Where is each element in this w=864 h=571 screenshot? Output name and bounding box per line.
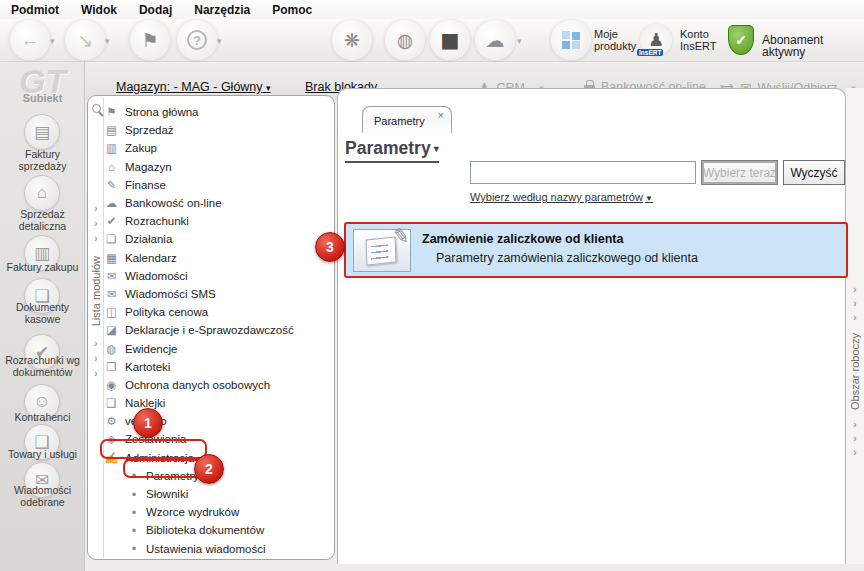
help-button[interactable]: ? [177, 20, 217, 60]
module-list: ⚑Strona główna ▤Sprzedaż ▥Zakup ⌂Magazyn… [104, 103, 334, 558]
menu-podmiot[interactable]: Podmiot [0, 1, 70, 19]
my-products-button[interactable] [551, 20, 591, 60]
cloud-dropdown-caret-icon[interactable]: ▾ [517, 36, 522, 46]
insert-account-label[interactable]: Konto InsERT [680, 28, 716, 52]
module-item-biblioteka[interactable]: •Biblioteka dokumentów [104, 521, 334, 539]
sidebar-label-dokumenty-kasowe[interactable]: Dokumenty kasowe [0, 302, 85, 325]
sidebar-label-faktury-zakupu[interactable]: Faktury zakupu [0, 262, 85, 274]
my-products-label[interactable]: Moje produkty [594, 28, 636, 52]
flag-button[interactable]: ⚑ [130, 20, 170, 60]
sidebar-label-faktury-sprzedazy[interactable]: Faktury sprzedaży [0, 149, 85, 172]
data-protection-icon: ◉ [104, 378, 119, 392]
module-item-wiadomosci[interactable]: ✉Wiadomości [104, 267, 334, 285]
module-item-kalendarz[interactable]: ▦Kalendarz [104, 249, 334, 267]
expand-chevron-icon[interactable]: › [853, 418, 856, 432]
module-item-ustawienia-wiadomosci[interactable]: •Ustawienia wiadomości [104, 540, 334, 558]
module-item-zakup[interactable]: ▥Zakup [104, 139, 334, 157]
sidebar-label-rozrachunki[interactable]: Rozrachunki wg dokumentów [0, 355, 85, 378]
actions-icon: ❏ [104, 232, 119, 246]
parameter-search-input[interactable] [470, 161, 696, 184]
menu-pomoc[interactable]: Pomoc [261, 1, 323, 19]
module-item-wzorce-wydrukow[interactable]: •Wzorce wydruków [104, 503, 334, 521]
module-item-dzialania[interactable]: ❏Działania [104, 230, 334, 248]
module-label: Ochrona danych osobowych [125, 379, 270, 391]
subscription-shield-icon[interactable]: ✓ [728, 25, 754, 55]
tab-parametry[interactable]: Parametry × [362, 106, 452, 133]
module-item-deklaracje[interactable]: ◪Deklaracje i e-Sprawozdawczość [104, 321, 334, 339]
sidebar-item-faktury-sprzedazy[interactable]: ▤ [24, 114, 60, 150]
online-services-button[interactable]: ◍ [385, 20, 425, 60]
expand-chevron-icon[interactable]: › [853, 446, 856, 460]
expand-chevron-icon[interactable]: › [94, 216, 97, 231]
cloud-backup-button[interactable]: ☁ [475, 20, 515, 60]
page-title-menu[interactable]: Parametry▾ [345, 138, 439, 163]
forward-button[interactable]: ↘ [65, 20, 105, 60]
page-title: Parametry [345, 138, 431, 158]
module-item-ewidencje[interactable]: ◍Ewidencje [104, 339, 334, 357]
tab-close-icon[interactable]: × [438, 109, 444, 121]
module-item-polityka-cenowa[interactable]: ◫Polityka cenowa [104, 303, 334, 321]
module-item-magazyn[interactable]: ⌂Magazyn [104, 158, 334, 176]
wybierz-teraz-button[interactable]: Wybierz teraz [701, 160, 778, 185]
module-label: Wiadomości SMS [125, 288, 216, 300]
expand-chevron-icon[interactable]: › [853, 432, 856, 446]
expand-chevron-icon[interactable]: › [94, 351, 97, 366]
archive-button[interactable]: ◼ [430, 20, 470, 60]
sidebar-item-sprzedaz-detaliczna[interactable]: ⌂ [24, 175, 60, 211]
parameter-item-description: Parametry zamówienia zaliczkowego od kli… [436, 251, 698, 265]
expand-chevron-icon[interactable]: › [94, 201, 97, 216]
wyczysc-button[interactable]: Wyczyść [783, 160, 845, 185]
check-icon: ✓ [735, 32, 747, 48]
module-item-bankowosc[interactable]: ☁Bankowość on-line [104, 194, 334, 212]
module-item-rozrachunki[interactable]: ✔Rozrachunki [104, 212, 334, 230]
expand-chevron-icon[interactable]: › [853, 297, 856, 311]
module-label: Działania [125, 233, 172, 245]
subscription-status-label[interactable]: Abonament aktywny [762, 34, 864, 58]
module-label: Polityka cenowa [125, 306, 208, 318]
module-item-naklejki[interactable]: ❑Naklejki [104, 394, 334, 412]
module-item-sprzedaz[interactable]: ▤Sprzedaż [104, 121, 334, 139]
filter-by-name-link[interactable]: Wybierz według nazwy parametrów▼ [470, 191, 653, 203]
module-item-wiadomosci-sms[interactable]: ✉Wiadomości SMS [104, 285, 334, 303]
parameter-item-title: Zamówienie zaliczkowe od klienta [422, 232, 623, 246]
module-item-ochrona-danych[interactable]: ◉Ochrona danych osobowych [104, 376, 334, 394]
bullet-icon: • [129, 505, 139, 520]
sidebar-label-towary-uslugi[interactable]: Towary i usługi [0, 449, 85, 461]
help-dropdown-caret-icon[interactable]: ▾ [217, 36, 222, 46]
parameter-result-item[interactable]: ✎ Zamówienie zaliczkowe od klienta Param… [344, 222, 848, 278]
menu-dodaj[interactable]: Dodaj [128, 1, 183, 19]
module-list-strip[interactable]: › › › Lista modułów › › › [89, 97, 104, 558]
module-label: Finanse [125, 179, 166, 191]
forward-dropdown-caret-icon[interactable]: ▾ [105, 36, 110, 46]
sidebar-label-sprzedaz-detaliczna[interactable]: Sprzedaż detaliczna [0, 209, 85, 232]
module-item-strona-glowna[interactable]: ⚑Strona główna [104, 103, 334, 121]
shortcut-sidebar: GT Subiekt ▤ Faktury sprzedaży ⌂ Sprzeda… [0, 62, 85, 571]
back-dropdown-caret-icon[interactable]: ▾ [50, 36, 55, 46]
bullet-icon: • [129, 541, 139, 556]
filter-by-name-label: Wybierz według nazwy parametrów [470, 191, 643, 203]
menu-narzedzia[interactable]: Narzędzia [183, 1, 261, 19]
cloud-icon: ☁ [486, 29, 505, 52]
expand-chevron-icon[interactable]: › [94, 366, 97, 381]
expand-chevron-icon[interactable]: › [94, 231, 97, 246]
module-label: Kalendarz [125, 252, 177, 264]
back-button[interactable]: ← [10, 20, 50, 60]
expand-chevron-icon[interactable]: › [853, 283, 856, 297]
menu-widok[interactable]: Widok [70, 1, 128, 19]
insert-account-button[interactable]: ♟ InsERT [640, 24, 672, 56]
workspace-side-strip[interactable]: › › › Obszar roboczy › › › [846, 88, 864, 564]
expand-chevron-icon[interactable]: › [853, 311, 856, 325]
pricing-icon: ◫ [104, 305, 119, 319]
expand-chevron-icon[interactable]: › [94, 336, 97, 351]
module-item-finanse[interactable]: ✎Finanse [104, 176, 334, 194]
search-icon[interactable] [92, 104, 101, 113]
module-item-kartoteki[interactable]: ❐Kartoteki [104, 358, 334, 376]
warehouse-selector-link[interactable]: Magazyn: - MAG - Główny ▾ [116, 80, 271, 94]
sidebar-label-wiadomosci-odebrane[interactable]: Wiadomości odebrane [0, 485, 85, 508]
annotation-step-3: 3 [315, 232, 345, 262]
sidebar-label-kontrahenci[interactable]: Kontrahenci [0, 412, 85, 424]
page-title-caret-icon: ▾ [434, 143, 439, 154]
workspace-strip-label: Obszar roboczy [849, 333, 861, 410]
module-item-slowniki[interactable]: •Słowniki [104, 485, 334, 503]
sync-button[interactable]: ❋ [332, 20, 372, 60]
